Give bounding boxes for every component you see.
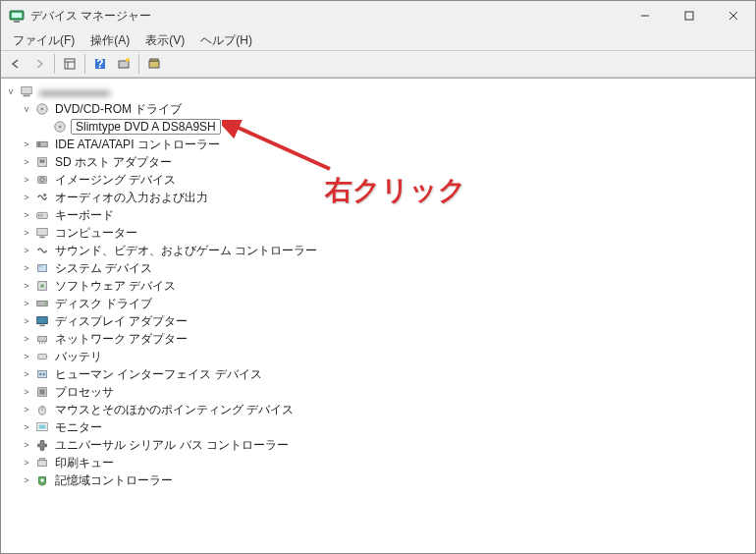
computer-icon bbox=[19, 83, 34, 99]
svg-point-19 bbox=[41, 108, 44, 111]
expander-icon[interactable]: > bbox=[21, 369, 32, 379]
expander-icon[interactable]: > bbox=[21, 387, 32, 397]
menu-file[interactable]: ファイル(F) bbox=[5, 30, 82, 51]
expander-icon[interactable]: > bbox=[21, 193, 32, 202]
help-button[interactable]: ? bbox=[89, 53, 111, 75]
scan-hardware-button[interactable] bbox=[113, 53, 135, 75]
svg-point-40 bbox=[45, 303, 47, 305]
device-category-icon bbox=[34, 172, 50, 188]
expander-icon[interactable]: > bbox=[21, 422, 32, 432]
svg-point-13 bbox=[126, 58, 130, 62]
expander-icon[interactable]: > bbox=[21, 228, 32, 238]
expander-icon[interactable]: > bbox=[21, 475, 32, 485]
expander-icon[interactable]: > bbox=[21, 458, 32, 468]
device-label: Slimtype DVD A DS8A9SH bbox=[71, 119, 221, 135]
menu-action[interactable]: 操作(A) bbox=[82, 30, 137, 51]
window-title: デバイス マネージャー bbox=[30, 8, 622, 25]
expander-icon[interactable]: v bbox=[21, 104, 32, 114]
separator bbox=[138, 54, 139, 74]
tree-category[interactable]: >イメージング デバイス bbox=[1, 171, 755, 189]
tree-category[interactable]: >ネットワーク アダプター bbox=[1, 330, 755, 348]
expander-icon[interactable]: > bbox=[21, 299, 32, 308]
tree-category[interactable]: >サウンド、ビデオ、およびゲーム コントローラー bbox=[1, 242, 755, 259]
svg-rect-41 bbox=[37, 317, 48, 324]
forward-button[interactable] bbox=[28, 53, 50, 75]
expander-icon[interactable]: > bbox=[21, 352, 32, 361]
expander-icon[interactable]: > bbox=[21, 263, 32, 273]
expander-icon[interactable]: > bbox=[21, 175, 32, 185]
expander-icon[interactable]: > bbox=[21, 139, 32, 149]
close-button[interactable] bbox=[711, 2, 755, 30]
expander-icon[interactable]: > bbox=[21, 405, 32, 415]
expander-icon[interactable]: > bbox=[21, 440, 32, 450]
category-label: モニター bbox=[53, 419, 104, 436]
expander-icon[interactable]: > bbox=[21, 334, 32, 344]
device-tree[interactable]: v ▬▬▬▬▬▬ v DVD/CD-ROM ドライブ Slimtype DVD … bbox=[1, 78, 755, 553]
tree-category-dvd[interactable]: v DVD/CD-ROM ドライブ bbox=[1, 100, 755, 118]
svg-rect-48 bbox=[46, 356, 47, 358]
tree-category[interactable]: >モニター bbox=[1, 418, 755, 436]
svg-rect-57 bbox=[39, 424, 46, 428]
tree-category[interactable]: >ソフトウェア デバイス bbox=[1, 277, 755, 295]
device-category-icon bbox=[34, 260, 50, 276]
show-hide-tree-button[interactable] bbox=[59, 53, 81, 75]
window-controls bbox=[622, 2, 755, 30]
tree-category[interactable]: >マウスとそのほかのポインティング デバイス bbox=[1, 401, 755, 418]
menubar: ファイル(F) 操作(A) 表示(V) ヘルプ(H) bbox=[1, 30, 755, 50]
svg-rect-43 bbox=[38, 336, 47, 341]
expander-icon[interactable]: > bbox=[21, 316, 32, 326]
expander-icon[interactable]: > bbox=[21, 246, 32, 255]
expander-icon[interactable]: > bbox=[21, 281, 32, 291]
svg-rect-2 bbox=[14, 21, 20, 23]
menu-view[interactable]: 表示(V) bbox=[137, 30, 192, 51]
app-icon bbox=[9, 8, 25, 24]
titlebar: デバイス マネージャー bbox=[1, 1, 755, 30]
minimize-button[interactable] bbox=[622, 2, 667, 30]
tree-device-selected[interactable]: Slimtype DVD A DS8A9SH bbox=[1, 118, 755, 136]
svg-text:?: ? bbox=[96, 57, 103, 71]
tree-category[interactable]: >記憶域コントローラー bbox=[1, 471, 755, 489]
menu-help[interactable]: ヘルプ(H) bbox=[192, 30, 260, 51]
back-button[interactable] bbox=[5, 53, 27, 75]
svg-point-21 bbox=[59, 126, 62, 129]
category-label: 印刷キュー bbox=[53, 455, 116, 471]
category-label: サウンド、ビデオ、およびゲーム コントローラー bbox=[53, 243, 319, 259]
tree-category[interactable]: >ディスプレイ アダプター bbox=[1, 312, 755, 330]
maximize-button[interactable] bbox=[667, 2, 711, 30]
separator bbox=[84, 54, 85, 74]
category-label: ソフトウェア デバイス bbox=[53, 278, 178, 295]
category-label: IDE ATA/ATAPI コントローラー bbox=[53, 137, 222, 153]
svg-rect-58 bbox=[38, 460, 47, 466]
tree-category[interactable]: >印刷キュー bbox=[1, 454, 755, 471]
tree-category[interactable]: >ユニバーサル シリアル バス コントローラー bbox=[1, 436, 755, 454]
device-category-icon bbox=[34, 243, 50, 258]
device-category-icon bbox=[34, 207, 50, 223]
category-label: コンピューター bbox=[53, 225, 139, 242]
category-label: ディスク ドライブ bbox=[53, 296, 154, 312]
svg-rect-16 bbox=[22, 87, 32, 94]
tree-category[interactable]: >ディスク ドライブ bbox=[1, 295, 755, 312]
tree-category[interactable]: >バッテリ bbox=[1, 348, 755, 365]
expander-icon[interactable]: > bbox=[21, 157, 32, 167]
category-label: 記憶域コントローラー bbox=[53, 472, 175, 489]
device-category-icon bbox=[34, 419, 50, 435]
device-category-icon bbox=[34, 384, 50, 400]
device-category-icon bbox=[34, 455, 50, 471]
tree-category[interactable]: >システム デバイス bbox=[1, 259, 755, 277]
properties-button[interactable] bbox=[143, 53, 165, 75]
tree-root[interactable]: v ▬▬▬▬▬▬ bbox=[1, 83, 755, 100]
tree-category[interactable]: >ヒューマン インターフェイス デバイス bbox=[1, 365, 755, 383]
tree-category[interactable]: >キーボード bbox=[1, 206, 755, 224]
tree-category[interactable]: >コンピューター bbox=[1, 224, 755, 242]
category-label: DVD/CD-ROM ドライブ bbox=[53, 101, 184, 118]
tree-category[interactable]: >プロセッサ bbox=[1, 383, 755, 401]
expander-icon[interactable]: > bbox=[21, 210, 32, 220]
expander-icon[interactable]: v bbox=[5, 86, 17, 96]
tree-category[interactable]: >IDE ATA/ATAPI コントローラー bbox=[1, 136, 755, 153]
svg-rect-15 bbox=[150, 59, 158, 61]
tree-category[interactable]: >オーディオの入力および出力 bbox=[1, 189, 755, 206]
tree-category[interactable]: >SD ホスト アダプター bbox=[1, 153, 755, 171]
svg-rect-14 bbox=[149, 61, 159, 68]
svg-rect-4 bbox=[685, 12, 693, 20]
category-label: キーボード bbox=[53, 207, 116, 224]
